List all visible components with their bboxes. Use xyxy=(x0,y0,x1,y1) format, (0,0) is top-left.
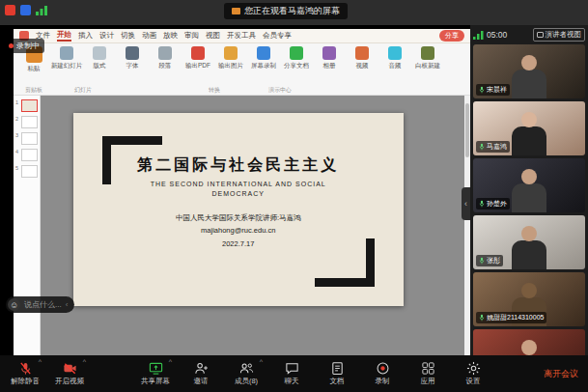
participant-name: 马嘉鸿 xyxy=(487,142,507,152)
bracket-decoration-bottom-right xyxy=(315,238,375,287)
ppt-menu-bar: 文件 开始 插入 设计 切换 动画 放映 审阅 视图 开发工具 会员专享 分享 xyxy=(14,29,470,43)
unmute-button[interactable]: 解除静音 ^ xyxy=(10,361,41,386)
record-status-icon xyxy=(5,5,15,15)
comment-placeholder: 说点什么... xyxy=(24,299,62,310)
ppt-tab-home[interactable]: 开始 xyxy=(57,30,71,42)
slide-subtitle-line2: DEMOCRACY xyxy=(73,189,404,199)
ribbon-export-image-button[interactable]: 输出图片 xyxy=(214,46,247,69)
signal-strength-icon xyxy=(36,5,48,15)
ribbon-paragraph-button[interactable]: 段落 xyxy=(149,46,182,69)
participants-panel: 05:00 演讲者视图 宋晨祥 马嘉鸿 孙楚外 张彤 xyxy=(470,25,588,355)
participant-video[interactable]: 姚甜甜2114310005 xyxy=(473,272,585,326)
mic-on-icon xyxy=(479,257,485,265)
share-screen-icon xyxy=(149,361,163,376)
bottom-toolbar: 解除静音 ^ 开启视频 ^ 共享屏幕 ^ 邀请 成员(8) ^ xyxy=(0,355,588,392)
ppt-content: 1 2 3 4 5 第二国际与社会民主主义 THE SECOND INTERNA… xyxy=(14,96,470,355)
leave-meeting-button[interactable]: 离开会议 xyxy=(544,368,578,380)
participant-video[interactable]: 孙楚外 xyxy=(473,158,585,212)
ribbon-group-labels: 剪贴板 幻灯片 转换 演示中心 xyxy=(14,86,470,96)
chevron-up-icon[interactable]: ^ xyxy=(260,358,263,365)
ribbon-layout-button[interactable]: 版式 xyxy=(83,46,116,69)
participant-video[interactable]: 马嘉鸿 xyxy=(473,101,585,155)
ppt-ribbon: 粘贴 新建幻灯片 版式 字体 段落 输出PDF 输出图片 屏幕录制 分享文档 相… xyxy=(14,43,470,86)
slide-info-email: majiahong@ruc.edu.cn xyxy=(73,224,404,237)
slide-thumbnail[interactable]: 3 xyxy=(15,132,38,145)
chat-icon xyxy=(285,361,299,376)
participant-video-list: 宋晨祥 马嘉鸿 孙楚外 张彤 姚甜甜2114310005 xyxy=(470,44,588,355)
invite-button[interactable]: 邀请 xyxy=(185,361,216,386)
ppt-tab-devtools[interactable]: 开发工具 xyxy=(227,31,256,41)
camera-off-icon xyxy=(63,361,77,376)
document-icon xyxy=(330,361,345,376)
layout-icon xyxy=(93,46,106,60)
participant-video[interactable] xyxy=(473,329,585,355)
mic-on-icon xyxy=(479,314,485,322)
chat-button[interactable]: 聊天 xyxy=(276,361,307,386)
ribbon-whiteboard-button[interactable]: 白板新建 xyxy=(411,46,444,69)
participant-name: 姚甜甜2114310005 xyxy=(487,313,544,322)
meeting-timer: 05:00 xyxy=(487,30,507,40)
comment-bubble[interactable]: ☺ 说点什么... ‹ xyxy=(6,296,74,313)
participant-video[interactable]: 宋晨祥 xyxy=(473,44,585,98)
ppt-tab-member[interactable]: 会员专享 xyxy=(263,31,292,41)
pdf-icon xyxy=(191,46,205,60)
ppt-tab-slideshow[interactable]: 放映 xyxy=(163,31,178,41)
slide-info-author: 中国人民大学国际关系学院讲师:马嘉鸿 xyxy=(73,211,404,224)
audio-icon xyxy=(388,46,402,60)
members-icon xyxy=(239,361,254,376)
ppt-tab-animation[interactable]: 动画 xyxy=(142,31,156,41)
apps-button[interactable]: 应用 xyxy=(412,361,443,386)
slide-thumbnail[interactable]: 1 xyxy=(15,99,38,112)
ribbon-video-button[interactable]: 视频 xyxy=(346,46,378,69)
apps-grid-icon xyxy=(421,361,435,376)
slide-thumbnail-panel: 1 2 3 4 5 xyxy=(14,96,41,355)
speaker-view-button[interactable]: 演讲者视图 xyxy=(533,28,586,42)
screen-share-area: 文件 开始 插入 设计 切换 动画 放映 审阅 视图 开发工具 会员专享 分享 … xyxy=(0,25,470,355)
mic-on-icon xyxy=(479,200,485,208)
meeting-app-window: 您正在观看马嘉鸿的屏幕 文件 开始 插入 设计 切换 动画 放映 审阅 视图 开… xyxy=(0,0,588,392)
ppt-tab-insert[interactable]: 插入 xyxy=(78,31,93,41)
ppt-tab-design[interactable]: 设计 xyxy=(99,31,114,41)
ppt-tab-review[interactable]: 审阅 xyxy=(184,31,199,41)
recording-indicator: 录制中 xyxy=(4,39,44,53)
start-video-button[interactable]: 开启视频 ^ xyxy=(54,361,85,386)
participant-name: 张彤 xyxy=(487,256,500,266)
screen-watching-banner: 您正在观看马嘉鸿的屏幕 xyxy=(224,3,348,19)
members-button[interactable]: 成员(8) ^ xyxy=(231,361,262,386)
paragraph-icon xyxy=(158,46,172,60)
ribbon-screen-record-button[interactable]: 屏幕录制 xyxy=(247,46,280,69)
slide-thumbnail[interactable]: 2 xyxy=(15,116,38,128)
ppt-tab-transition[interactable]: 切换 xyxy=(121,31,135,41)
ribbon-album-button[interactable]: 相册 xyxy=(313,46,346,69)
ppt-tab-view[interactable]: 视图 xyxy=(206,31,220,41)
chevron-up-icon[interactable]: ^ xyxy=(169,358,172,365)
record-button[interactable]: 录制 xyxy=(367,361,398,386)
docs-button[interactable]: 文档 xyxy=(322,361,352,386)
recording-dot-icon xyxy=(9,43,14,48)
ribbon-share-doc-button[interactable]: 分享文档 xyxy=(280,46,313,69)
ribbon-audio-button[interactable]: 音频 xyxy=(378,46,411,69)
ribbon-export-pdf-button[interactable]: 输出PDF xyxy=(182,46,214,69)
panel-collapse-handle[interactable]: ‹ xyxy=(462,187,470,220)
ribbon-font-button[interactable]: 字体 xyxy=(116,46,149,69)
settings-button[interactable]: 设置 xyxy=(458,361,489,386)
view-layout-icon xyxy=(537,32,544,38)
ppt-share-button[interactable]: 分享 xyxy=(439,30,464,42)
mic-on-icon xyxy=(479,143,485,151)
share-screen-button[interactable]: 共享屏幕 ^ xyxy=(140,361,171,386)
gear-icon xyxy=(466,361,481,376)
collapse-left-icon[interactable]: ‹ xyxy=(66,300,69,309)
current-slide: 第二国际与社会民主主义 THE SECOND INTERNATIONAL AND… xyxy=(73,113,404,306)
chevron-up-icon[interactable]: ^ xyxy=(83,358,86,365)
smiley-icon: ☺ xyxy=(8,298,20,311)
app-status-icon xyxy=(20,5,31,15)
record-icon xyxy=(376,361,390,376)
slide-thumbnail[interactable]: 4 xyxy=(15,149,38,161)
ppt-window: 文件 开始 插入 设计 切换 动画 放映 审阅 视图 开发工具 会员专享 分享 … xyxy=(14,29,470,355)
slide-thumbnail[interactable]: 5 xyxy=(15,165,38,178)
album-icon xyxy=(322,46,336,60)
chevron-up-icon[interactable]: ^ xyxy=(39,358,42,365)
ribbon-new-slide-button[interactable]: 新建幻灯片 xyxy=(50,46,83,69)
participant-name: 宋晨祥 xyxy=(487,85,507,95)
participant-video[interactable]: 张彤 xyxy=(473,215,585,269)
